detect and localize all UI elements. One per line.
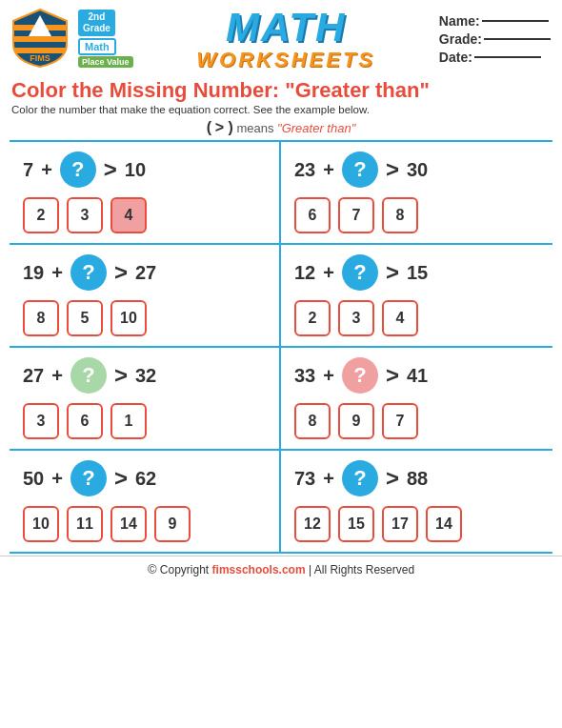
date-underline — [474, 56, 541, 58]
rights-text: | All Rights Reserved — [309, 563, 414, 576]
equation-row-p6: 33+?>41 — [294, 357, 539, 394]
title-section: Color the Missing Number: "Greater than"… — [0, 76, 562, 136]
logo-area: FIMS 2ndGrade Math Place Value — [11, 8, 133, 69]
right-number: 15 — [407, 262, 428, 284]
option-box[interactable]: 3 — [67, 197, 103, 233]
date-field: Date: — [439, 50, 541, 65]
question-circle: ? — [342, 254, 378, 291]
right-number: 32 — [135, 365, 156, 387]
question-circle: ? — [70, 254, 107, 291]
option-box[interactable]: 6 — [294, 197, 331, 233]
problem-cell-p7: 50+?>621011149 — [10, 451, 281, 554]
equation-row-p5: 27+?>32 — [23, 357, 266, 394]
copyright-text: Copyright — [160, 563, 209, 576]
worksheets-title: WORKSHEETS — [196, 48, 375, 72]
problems-grid: 7+?>1023423+?>3067819+?>27851012+?>15234… — [10, 140, 552, 554]
option-box[interactable]: 8 — [294, 403, 331, 439]
place-value-badge: Place Value — [78, 56, 133, 68]
left-number: 19 — [23, 262, 44, 284]
question-circle: ? — [342, 460, 378, 496]
option-box[interactable]: 3 — [23, 403, 59, 439]
left-number: 27 — [23, 365, 44, 387]
shield-logo: FIMS — [11, 8, 69, 69]
question-circle: ? — [60, 152, 96, 188]
option-box[interactable]: 4 — [110, 197, 147, 233]
right-number: 62 — [135, 468, 156, 490]
question-circle: ? — [342, 152, 378, 188]
math-badge: Math — [78, 38, 116, 55]
name-underline — [482, 20, 549, 22]
options-row-p6: 897 — [294, 403, 539, 439]
grade-underline — [484, 38, 551, 40]
option-box[interactable]: 14 — [110, 506, 147, 542]
svg-rect-1 — [13, 36, 67, 42]
page-header: FIMS 2ndGrade Math Place Value MATH WORK… — [0, 0, 562, 76]
problem-cell-p3: 19+?>278510 — [10, 245, 281, 348]
left-number: 50 — [23, 468, 44, 490]
question-circle: ? — [70, 357, 107, 394]
option-box[interactable]: 2 — [294, 300, 331, 336]
option-box[interactable]: 7 — [338, 197, 374, 233]
options-row-p7: 1011149 — [23, 506, 266, 542]
question-circle: ? — [342, 357, 378, 394]
option-box[interactable]: 8 — [382, 197, 418, 233]
name-field: Name: — [439, 13, 549, 29]
problem-cell-p2: 23+?>30678 — [281, 142, 552, 245]
left-number: 12 — [294, 262, 315, 284]
option-box[interactable]: 10 — [110, 300, 147, 336]
equation-row-p7: 50+?>62 — [23, 460, 266, 496]
options-row-p4: 234 — [294, 300, 539, 336]
option-box[interactable]: 17 — [382, 506, 418, 542]
greater-than-sign: > — [386, 362, 399, 389]
option-box[interactable]: 6 — [67, 403, 103, 439]
option-box[interactable]: 9 — [338, 403, 374, 439]
options-row-p3: 8510 — [23, 300, 266, 336]
greater-than-sign: > — [386, 259, 399, 286]
option-box[interactable]: 12 — [294, 506, 331, 542]
option-box[interactable]: 8 — [23, 300, 59, 336]
option-box[interactable]: 14 — [426, 506, 462, 542]
problem-cell-p8: 73+?>8812151714 — [281, 451, 552, 554]
left-number: 73 — [294, 468, 315, 490]
equation-row-p8: 73+?>88 — [294, 460, 539, 496]
right-number: 27 — [135, 262, 156, 284]
subtitle: Color the number that make the equation … — [11, 104, 551, 115]
left-number: 23 — [294, 159, 315, 181]
option-box[interactable]: 15 — [338, 506, 374, 542]
options-row-p5: 361 — [23, 403, 266, 439]
option-box[interactable]: 10 — [23, 506, 59, 542]
equation-row-p1: 7+?>10 — [23, 152, 266, 188]
options-row-p2: 678 — [294, 197, 539, 233]
option-box[interactable]: 3 — [338, 300, 374, 336]
option-box[interactable]: 4 — [382, 300, 418, 336]
right-number: 88 — [407, 468, 428, 490]
greater-than-sign: > — [104, 156, 117, 183]
left-number: 33 — [294, 365, 315, 387]
option-box[interactable]: 2 — [23, 197, 59, 233]
footer: © Copyright fimsschools.com | All Rights… — [0, 556, 562, 580]
options-row-p1: 234 — [23, 197, 266, 233]
svg-text:FIMS: FIMS — [30, 53, 50, 63]
option-box[interactable]: 7 — [382, 403, 418, 439]
form-fields: Name: Grade: Date: — [439, 8, 551, 65]
greater-than-sign: > — [114, 259, 128, 286]
problem-cell-p4: 12+?>15234 — [281, 245, 552, 348]
greater-than-sign: > — [114, 465, 128, 492]
right-number: 10 — [125, 159, 146, 181]
footer-link: fimsschools.com — [212, 563, 306, 576]
option-box[interactable]: 1 — [110, 403, 147, 439]
title-area: MATH WORKSHEETS — [196, 8, 375, 72]
main-title: Color the Missing Number: "Greater than" — [11, 78, 551, 103]
grade-badge: 2ndGrade — [78, 10, 115, 36]
equation-row-p4: 12+?>15 — [294, 254, 539, 291]
problem-cell-p6: 33+?>41897 — [281, 348, 552, 451]
options-row-p8: 12151714 — [294, 506, 539, 542]
option-box[interactable]: 9 — [154, 506, 191, 542]
badge-area: 2ndGrade Math Place Value — [78, 10, 133, 68]
option-box[interactable]: 5 — [67, 300, 103, 336]
option-box[interactable]: 11 — [67, 506, 103, 542]
question-circle: ? — [70, 460, 107, 496]
math-title: MATH — [226, 8, 346, 48]
equation-row-p3: 19+?>27 — [23, 254, 266, 291]
problem-cell-p1: 7+?>10234 — [10, 142, 281, 245]
